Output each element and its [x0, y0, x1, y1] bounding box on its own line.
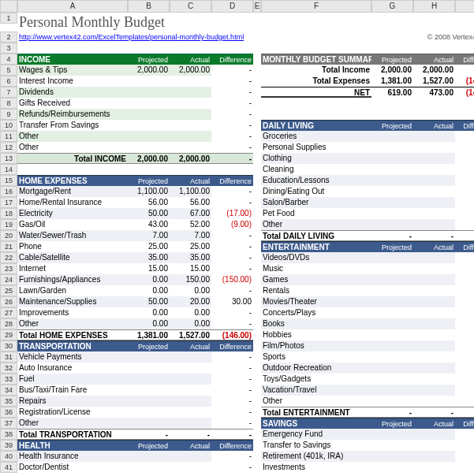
- cell[interactable]: [371, 351, 413, 363]
- col-header[interactable]: C: [170, 0, 211, 13]
- cell[interactable]: 1,527.00: [170, 329, 211, 340]
- cell[interactable]: (17.00): [211, 208, 253, 219]
- cell[interactable]: [253, 396, 261, 407]
- cell[interactable]: 7.00: [128, 230, 170, 241]
- cell[interactable]: [413, 219, 455, 230]
- cell[interactable]: [128, 98, 170, 109]
- cell[interactable]: -: [455, 462, 474, 473]
- cell[interactable]: Difference: [211, 440, 253, 451]
- cell[interactable]: -: [455, 230, 474, 241]
- cell[interactable]: -: [170, 429, 211, 440]
- cell[interactable]: Total Expenses: [261, 76, 371, 87]
- cell[interactable]: [413, 451, 455, 462]
- cell[interactable]: Actual: [413, 418, 455, 429]
- cell[interactable]: -: [455, 252, 474, 263]
- cell[interactable]: -: [211, 230, 253, 241]
- cell[interactable]: Projected: [371, 241, 413, 252]
- cell[interactable]: 2,000.00: [413, 65, 455, 76]
- cell[interactable]: Other: [17, 142, 128, 153]
- cell[interactable]: Toys/Gadgets: [261, 374, 371, 385]
- cell[interactable]: [253, 120, 261, 131]
- cell[interactable]: (146.00): [455, 76, 474, 87]
- cell[interactable]: Projected: [128, 340, 170, 351]
- cell[interactable]: [371, 219, 413, 230]
- row-header[interactable]: 25: [0, 285, 17, 296]
- cell[interactable]: [371, 252, 413, 263]
- cell[interactable]: [253, 186, 261, 197]
- row-header[interactable]: 27: [0, 307, 17, 318]
- cell[interactable]: [253, 54, 261, 65]
- row-header[interactable]: 3: [0, 43, 17, 54]
- cell[interactable]: 619.00: [371, 87, 413, 98]
- cell[interactable]: -: [455, 263, 474, 274]
- cell[interactable]: [371, 175, 413, 186]
- row-header[interactable]: 19: [0, 219, 17, 230]
- cell[interactable]: Film/Photos: [261, 340, 371, 351]
- cell[interactable]: [371, 340, 413, 351]
- cell[interactable]: Improvements: [17, 307, 128, 318]
- row-header[interactable]: 1: [0, 13, 17, 24]
- cell[interactable]: Other: [17, 318, 128, 329]
- cell[interactable]: [261, 98, 474, 109]
- cell[interactable]: [413, 296, 455, 307]
- cell[interactable]: -: [128, 429, 170, 440]
- cell[interactable]: Phone: [17, 241, 128, 252]
- cell[interactable]: -: [211, 307, 253, 318]
- cell[interactable]: Difference: [455, 418, 474, 429]
- cell[interactable]: -: [455, 429, 474, 440]
- cell[interactable]: [371, 374, 413, 385]
- cell[interactable]: INCOME: [17, 54, 128, 65]
- cell[interactable]: [413, 429, 455, 440]
- cell[interactable]: -: [211, 186, 253, 197]
- cell[interactable]: [170, 109, 211, 120]
- cell[interactable]: -: [211, 351, 253, 363]
- cell[interactable]: -: [455, 219, 474, 230]
- cell[interactable]: Other: [261, 219, 371, 230]
- cell[interactable]: -: [211, 318, 253, 329]
- row-header[interactable]: 22: [0, 252, 17, 263]
- cell[interactable]: Internet: [17, 263, 128, 274]
- cell[interactable]: 52.00: [170, 219, 211, 230]
- cell[interactable]: Total ENTERTAINMENT: [261, 407, 371, 418]
- cell[interactable]: [413, 285, 455, 296]
- col-header[interactable]: I: [455, 0, 474, 13]
- cell[interactable]: [170, 98, 211, 109]
- cell[interactable]: [413, 396, 455, 407]
- cell[interactable]: [413, 131, 455, 142]
- cell[interactable]: -: [211, 131, 253, 142]
- cell[interactable]: Gas/Oil: [17, 219, 128, 230]
- cell[interactable]: [261, 109, 474, 120]
- row-header[interactable]: 35: [0, 396, 17, 407]
- row-header[interactable]: 37: [0, 418, 17, 429]
- cell[interactable]: [253, 65, 261, 76]
- cell[interactable]: HEALTH: [17, 440, 128, 451]
- cell[interactable]: -: [211, 65, 253, 76]
- cell[interactable]: Music: [261, 263, 371, 274]
- cell[interactable]: Pet Food: [261, 208, 371, 219]
- cell[interactable]: Total DAILY LIVING: [261, 230, 371, 241]
- cell[interactable]: [128, 131, 170, 142]
- col-header[interactable]: [0, 0, 17, 13]
- cell[interactable]: [253, 296, 261, 307]
- cell[interactable]: [413, 340, 455, 351]
- cell[interactable]: 1,381.00: [371, 76, 413, 87]
- row-header[interactable]: 24: [0, 274, 17, 285]
- cell[interactable]: Difference: [211, 175, 253, 186]
- row-header[interactable]: 38: [0, 429, 17, 440]
- row-header[interactable]: 30: [0, 340, 17, 351]
- cell[interactable]: 0.00: [128, 307, 170, 318]
- cell[interactable]: -: [413, 407, 455, 418]
- cell[interactable]: [170, 363, 211, 374]
- cell[interactable]: [253, 76, 261, 87]
- cell[interactable]: Cleaning: [261, 164, 371, 175]
- cell[interactable]: Salon/Barber: [261, 197, 371, 208]
- cell[interactable]: Fuel: [17, 374, 128, 385]
- cell[interactable]: ENTERTAINMENT: [261, 241, 371, 252]
- cell[interactable]: [413, 208, 455, 219]
- cell[interactable]: Books: [261, 318, 371, 329]
- cell[interactable]: [253, 208, 261, 219]
- cell[interactable]: [170, 374, 211, 385]
- cell[interactable]: [253, 241, 261, 252]
- cell[interactable]: -: [211, 451, 253, 462]
- row-header[interactable]: 39: [0, 440, 17, 451]
